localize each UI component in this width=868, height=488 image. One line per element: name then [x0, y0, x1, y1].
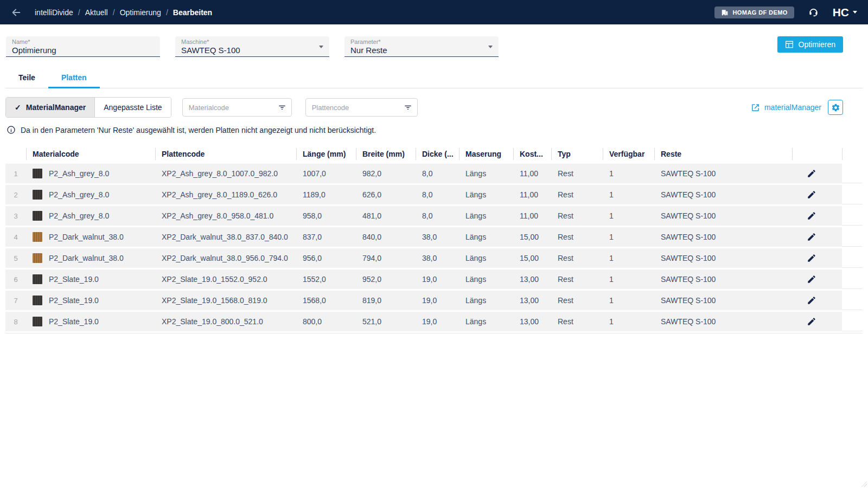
breite-cell: 982,0: [356, 164, 416, 183]
filter-icon[interactable]: [404, 103, 412, 112]
verfuegbar-cell: 1: [603, 206, 654, 226]
optimize-button[interactable]: Optimieren: [777, 36, 843, 53]
reste-cell: SAWTEQ S-100: [654, 312, 792, 331]
tab-teile[interactable]: Teile: [5, 73, 48, 88]
pencil-icon: [807, 211, 816, 221]
tenant-button[interactable]: HOMAG DF DEMO: [714, 7, 794, 18]
reste-cell: SAWTEQ S-100: [654, 269, 792, 289]
edit-row-button[interactable]: [805, 272, 819, 286]
controls-right: materialManager: [751, 100, 843, 115]
account-menu[interactable]: HC: [833, 6, 857, 19]
tab-platten[interactable]: Platten: [48, 73, 100, 88]
name-label: Name*: [12, 38, 155, 45]
machine-select[interactable]: Maschine* SAWTEQ S-100: [175, 36, 329, 57]
row-filler: [842, 185, 863, 204]
table-header: MaterialcodePlattencodeLänge (mm)Breite …: [5, 144, 863, 164]
plattencode-filter-input[interactable]: [312, 104, 404, 112]
material-swatch: [33, 190, 42, 200]
row-filler: [842, 312, 863, 331]
table-row: 5 P2_Dark_walnut_38.0 XP2_Dark_walnut_38…: [5, 248, 863, 268]
table-row: 2 P2_Ash_grey_8.0 XP2_Ash_grey_8.0_1189.…: [5, 185, 863, 204]
row-filler: [842, 269, 863, 289]
plattencode-cell: XP2_Ash_grey_8.0_958.0_481.0: [155, 206, 296, 226]
source-toggle-group: ✓ MaterialManager Angepasste Liste: [5, 97, 171, 118]
dicke-cell: 8,0: [416, 164, 459, 183]
materialcode-cell: P2_Slate_19.0: [26, 269, 155, 289]
maserung-cell: Längs: [459, 206, 513, 226]
edit-row-button[interactable]: [805, 314, 819, 329]
laenge-cell: 1568,0: [296, 291, 356, 310]
support-button[interactable]: [808, 7, 819, 17]
back-button[interactable]: [9, 5, 24, 20]
breadcrumb-item[interactable]: intelliDivide: [35, 8, 73, 17]
maserung-cell: Längs: [459, 291, 513, 310]
settings-button[interactable]: [828, 100, 843, 115]
edit-row-button[interactable]: [805, 166, 819, 181]
column-header: Typ: [551, 144, 603, 164]
typ-cell: Rest: [551, 312, 603, 331]
materialcode-cell: P2_Ash_grey_8.0: [26, 164, 155, 183]
verfuegbar-cell: 1: [603, 164, 654, 183]
row-number: 1: [5, 164, 26, 183]
edit-row-button[interactable]: [805, 230, 819, 244]
edit-cell: [792, 206, 842, 226]
material-swatch: [33, 211, 42, 221]
material-swatch: [33, 253, 42, 263]
kosten-cell: 15,00: [513, 248, 551, 268]
row-number: 3: [5, 206, 26, 226]
breadcrumb-item[interactable]: Optimierung: [120, 8, 161, 17]
edit-cell: [792, 291, 842, 310]
edit-row-button[interactable]: [805, 251, 819, 265]
breite-cell: 952,0: [356, 269, 416, 289]
materialcode-cell: P2_Dark_walnut_38.0: [26, 248, 155, 268]
material-swatch: [33, 296, 42, 305]
maserung-cell: Längs: [459, 164, 513, 183]
row-number: 8: [5, 312, 26, 331]
materialcode-text: P2_Dark_walnut_38.0: [49, 254, 124, 262]
name-field[interactable]: Name* Optimierung: [6, 36, 160, 57]
toggle-material-manager[interactable]: ✓ MaterialManager: [6, 98, 94, 117]
pencil-icon: [807, 317, 816, 326]
materialcode-filter-input[interactable]: [189, 104, 278, 112]
material-swatch: [33, 232, 42, 242]
laenge-cell: 1189,0: [296, 185, 356, 204]
verfuegbar-cell: 1: [603, 269, 654, 289]
material-swatch: [33, 169, 42, 178]
kosten-cell: 13,00: [513, 291, 551, 310]
dicke-cell: 19,0: [416, 312, 459, 331]
parameter-select[interactable]: Parameter* Nur Reste: [344, 36, 499, 57]
plattencode-cell: XP2_Dark_walnut_38.0_956.0_794.0: [155, 248, 296, 268]
breite-cell: 840,0: [356, 227, 416, 247]
edit-row-button[interactable]: [805, 293, 819, 307]
headset-icon: [808, 7, 819, 17]
navbar-right: HOMAG DF DEMO HC: [714, 6, 857, 19]
edit-row-button[interactable]: [805, 188, 819, 202]
resize-grip[interactable]: [860, 480, 867, 487]
verfuegbar-cell: 1: [603, 291, 654, 310]
filter-icon[interactable]: [278, 103, 286, 112]
row-filler: [842, 227, 863, 247]
material-manager-link[interactable]: materialManager: [751, 103, 821, 112]
edit-row-button[interactable]: [805, 209, 819, 223]
reste-cell: SAWTEQ S-100: [654, 164, 792, 183]
verfuegbar-cell: 1: [603, 185, 654, 204]
laenge-cell: 837,0: [296, 227, 356, 247]
edit-cell: [792, 227, 842, 247]
kosten-cell: 11,00: [513, 206, 551, 226]
dicke-cell: 8,0: [416, 185, 459, 204]
materialcode-cell: P2_Ash_grey_8.0: [26, 206, 155, 226]
maserung-cell: Längs: [459, 248, 513, 268]
edit-cell: [792, 312, 842, 331]
dicke-cell: 38,0: [416, 248, 459, 268]
toggle-custom-list[interactable]: Angepasste Liste: [94, 98, 170, 117]
materialcode-text: P2_Slate_19.0: [49, 296, 99, 305]
materialcode-text: P2_Dark_walnut_38.0: [49, 233, 124, 241]
tab-bar: Teile Platten: [5, 73, 863, 88]
top-navbar: intelliDivide/Aktuell/Optimierung/Bearbe…: [0, 0, 868, 24]
breite-cell: 626,0: [356, 185, 416, 204]
column-header: Kost...: [513, 144, 551, 164]
breadcrumb-item[interactable]: Aktuell: [85, 8, 108, 17]
breadcrumb-separator: /: [113, 8, 115, 17]
maserung-cell: Längs: [459, 269, 513, 289]
verfuegbar-cell: 1: [603, 312, 654, 331]
